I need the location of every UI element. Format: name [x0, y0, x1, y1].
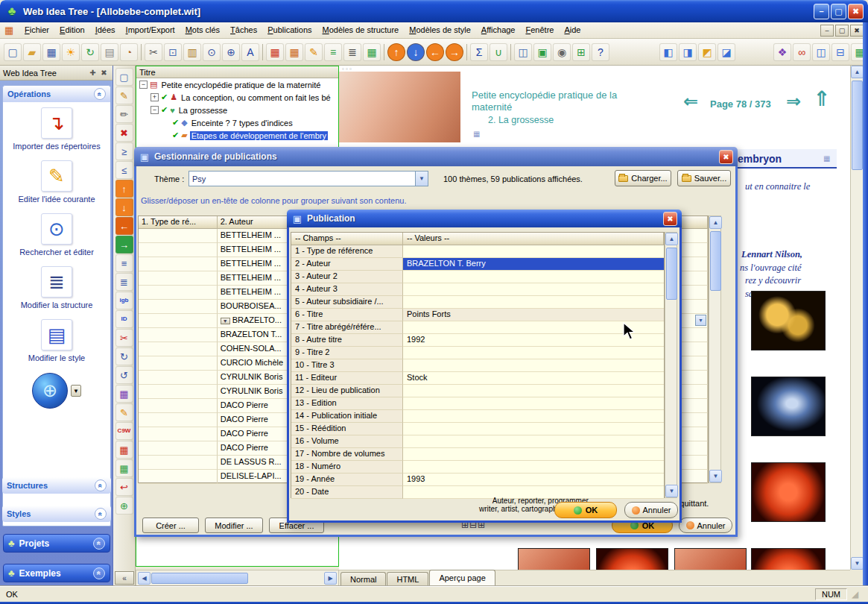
- field-row-1[interactable]: 2 - AuteurBRAZELTON T. Berry: [291, 258, 664, 271]
- field-value[interactable]: [403, 435, 664, 448]
- delete-idea-icon[interactable]: ✖: [115, 124, 133, 142]
- split-window-icon[interactable]: ◫: [514, 43, 532, 61]
- pin-icon[interactable]: ✚: [87, 67, 98, 78]
- search-icon[interactable]: ⊙: [203, 43, 221, 61]
- field-row-3[interactable]: 4 - Auteur 3: [291, 283, 664, 296]
- operation-item-0[interactable]: ↴Importer des répertoires: [3, 102, 110, 155]
- pane-grid-icon[interactable]: ⊟: [831, 43, 849, 61]
- menu-item-0[interactable]: Fichier: [19, 22, 54, 38]
- field-row-4[interactable]: 5 - Auteur subsidiaire /...: [291, 296, 664, 309]
- operations-section-header[interactable]: Opérations «: [3, 86, 110, 102]
- close-icon[interactable]: ✖: [719, 150, 733, 164]
- new-idea-icon[interactable]: ▢: [115, 68, 133, 86]
- move-down-icon[interactable]: ↓: [407, 43, 425, 61]
- new-document-icon[interactable]: ▢: [4, 43, 22, 61]
- outline-list-icon[interactable]: ≡: [324, 43, 342, 61]
- paste-icon[interactable]: ▥: [183, 43, 201, 61]
- menu-item-4[interactable]: Mots clés: [180, 22, 225, 38]
- preview-vertical-scrollbar[interactable]: ▲ ▼: [850, 66, 863, 570]
- scroll-right-icon[interactable]: ▶: [324, 572, 337, 585]
- sort-list-icon[interactable]: ≡: [115, 254, 133, 272]
- field-value[interactable]: [403, 448, 664, 461]
- promote-icon[interactable]: ←: [115, 217, 133, 235]
- field-row-15[interactable]: 16 - Volume: [291, 435, 664, 448]
- projets-section-bar[interactable]: ♣ Projets «: [3, 534, 110, 553]
- field-row-12[interactable]: 13 - Edition: [291, 397, 664, 410]
- table-mixed-icon[interactable]: ▦: [285, 43, 303, 61]
- scroll-up-icon[interactable]: ▲: [851, 66, 864, 78]
- ok-button[interactable]: OK: [554, 502, 617, 518]
- field-row-8[interactable]: 9 - Titre 2: [291, 347, 664, 359]
- prev-page-icon[interactable]: ⇐: [683, 91, 698, 112]
- styles-section-header[interactable]: Styles «: [2, 506, 111, 522]
- field-row-2[interactable]: 3 - Auteur 2: [291, 271, 664, 283]
- field-row-5[interactable]: 6 - TitrePoints Forts: [291, 309, 664, 321]
- structures-section-header[interactable]: Structures «: [2, 477, 111, 494]
- field-row-13[interactable]: 14 - Publication initiale: [291, 410, 664, 423]
- scroll-left-icon[interactable]: ◀: [138, 572, 151, 585]
- row-combo-icon[interactable]: ▼: [695, 315, 706, 326]
- arrange-left-icon[interactable]: ◩: [698, 43, 716, 61]
- cancel-button[interactable]: Annuler: [679, 518, 732, 533]
- globe-dropdown-icon[interactable]: ▼: [71, 385, 81, 397]
- field-row-16[interactable]: 17 - Nombre de volumes: [291, 448, 664, 461]
- tree-item-0[interactable]: −▤Petite encyclopédie pratique de la mat…: [136, 78, 338, 91]
- small-window-icon[interactable]: ▣: [533, 43, 551, 61]
- menu-item-1[interactable]: Edition: [54, 22, 90, 38]
- minimize-button[interactable]: –: [814, 4, 829, 19]
- scrollbar-thumb[interactable]: [852, 81, 863, 170]
- scroll-down-icon[interactable]: ▼: [665, 485, 678, 497]
- tab-2[interactable]: Aperçu page: [429, 570, 495, 586]
- favorites-icon[interactable]: ☀: [62, 43, 80, 61]
- mdi-restore-button[interactable]: ▢: [835, 25, 849, 37]
- field-value[interactable]: [403, 271, 664, 283]
- edit-table-icon[interactable]: ✎: [305, 43, 323, 61]
- sum-table-icon[interactable]: Σ: [470, 43, 488, 61]
- field-row-10[interactable]: 11 - EditeurStock: [291, 372, 664, 385]
- modify-button[interactable]: Modifier ...: [205, 518, 263, 533]
- column-header-0[interactable]: 1. Type de ré...: [139, 216, 218, 229]
- field-value[interactable]: [403, 397, 664, 410]
- field-row-18[interactable]: 19 - Année1993: [291, 474, 664, 486]
- indent-list-icon[interactable]: ≥: [115, 142, 133, 160]
- menu-item-7[interactable]: Modèles de structure: [317, 22, 405, 38]
- fields-vertical-scrollbar[interactable]: ▲ ▼: [665, 232, 677, 498]
- add-pane-icon[interactable]: ⊞: [572, 43, 590, 61]
- move-right-icon[interactable]: →: [446, 43, 463, 61]
- champs-column-header[interactable]: -- Champs --: [291, 233, 403, 245]
- tree-item-1[interactable]: +✔♟La conception, ou comment on fait les…: [136, 91, 338, 104]
- page-up-icon[interactable]: ⇑: [813, 86, 830, 111]
- field-row-6[interactable]: 7 - Titre abrégé/référe...: [291, 321, 664, 334]
- strip-scroll-left-icon[interactable]: «: [115, 571, 134, 585]
- print-icon[interactable]: ▤: [101, 43, 118, 61]
- cut-icon[interactable]: ✂: [145, 43, 162, 61]
- operation-item-1[interactable]: ✎Editer l'idée courante: [3, 155, 110, 208]
- table-vertical-scrollbar[interactable]: ▲ ▼: [709, 216, 721, 483]
- scrollbar-thumb[interactable]: [710, 231, 721, 291]
- field-value[interactable]: [403, 423, 664, 435]
- move-down-circle-icon[interactable]: ↓: [115, 198, 133, 216]
- history-clock-icon[interactable]: ◔: [120, 43, 138, 61]
- operation-item-4[interactable]: ▤Modifier le style: [3, 314, 110, 367]
- maximize-button[interactable]: ▢: [831, 4, 846, 19]
- refresh-green-icon[interactable]: ↻: [81, 43, 99, 61]
- menu-item-3[interactable]: Import/Export: [121, 22, 180, 38]
- numbering-icon[interactable]: ≣: [115, 273, 133, 291]
- igb-tool-icon[interactable]: igb: [115, 292, 133, 309]
- theme-combobox[interactable]: Psy ▼: [189, 171, 428, 186]
- close-icon[interactable]: ✖: [663, 212, 677, 226]
- field-value[interactable]: 1993: [403, 474, 664, 486]
- field-value[interactable]: [403, 359, 664, 372]
- outdent-list-icon[interactable]: ≤: [115, 161, 133, 179]
- camera-icon[interactable]: ◉: [553, 43, 571, 61]
- field-row-0[interactable]: 1 - Type de référence: [291, 245, 664, 258]
- exemples-section-bar[interactable]: ♣ Exemples «: [3, 564, 110, 582]
- table-red2-icon[interactable]: ▦: [115, 441, 133, 459]
- field-value[interactable]: Points Forts: [403, 309, 664, 321]
- menu-item-6[interactable]: Publications: [262, 22, 317, 38]
- tree-item-2[interactable]: −✔♥La grossesse: [136, 104, 338, 116]
- scrollbar-thumb[interactable]: [151, 573, 248, 584]
- arrange-top-icon[interactable]: ◧: [659, 43, 677, 61]
- expand-icon[interactable]: +: [151, 93, 159, 101]
- pane-pair-icon[interactable]: ◫: [812, 43, 830, 61]
